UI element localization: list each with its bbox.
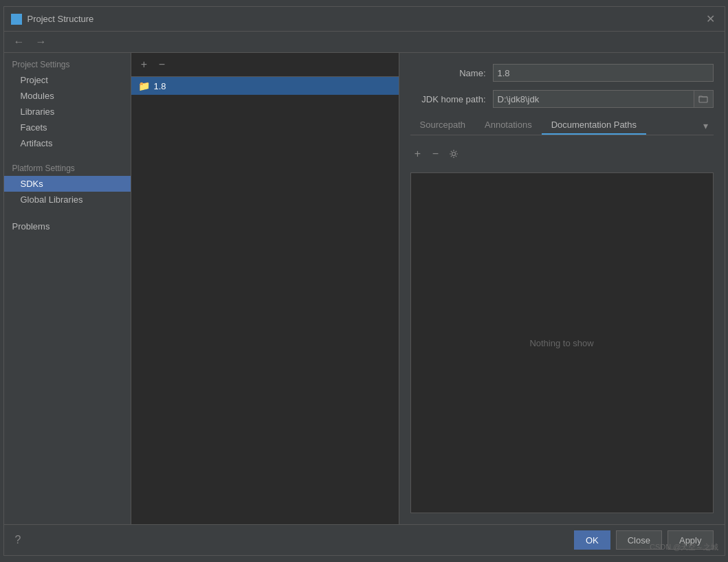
tab-annotations[interactable]: Annotations [475, 116, 542, 135]
nav-bar: ← → [4, 32, 725, 53]
svg-rect-3 [17, 20, 21, 23]
remove-path-button[interactable]: − [428, 146, 443, 161]
ok-button[interactable]: OK [574, 530, 610, 550]
jdk-path-field-row: JDK home path: [410, 90, 714, 108]
tabs-bar: Sourcepath Annotations Documentation Pat… [410, 116, 714, 135]
documentation-paths-content: Nothing to show [410, 172, 714, 513]
main-content: Project Settings Project Modules Librari… [4, 53, 725, 524]
forward-button[interactable]: → [33, 34, 49, 49]
sidebar: Project Settings Project Modules Librari… [4, 53, 131, 524]
sidebar-item-sdks[interactable]: SDKs [4, 176, 131, 192]
configure-icon [449, 149, 459, 159]
title-bar-left: Project Structure [11, 14, 94, 25]
add-path-button[interactable]: + [410, 146, 426, 161]
tab-sourcepath[interactable]: Sourcepath [410, 116, 476, 135]
folder-browse-icon [698, 94, 708, 104]
jdk-path-label: JDK home path: [410, 94, 486, 104]
add-sdk-button[interactable]: + [137, 57, 152, 72]
footer: ? OK Close Apply [4, 524, 725, 555]
right-detail-panel: Name: JDK home path: Sou [399, 53, 725, 524]
platform-settings-label: Platform Settings [4, 159, 131, 176]
svg-rect-0 [12, 15, 16, 19]
list-item[interactable]: 📁 1.8 [131, 77, 399, 95]
help-icon: ? [15, 534, 21, 546]
dialog-title: Project Structure [27, 14, 94, 24]
name-label: Name: [410, 68, 486, 78]
sdk-list-panel: + − 📁 1.8 [131, 53, 399, 524]
sidebar-item-facets[interactable]: Facets [4, 120, 131, 135]
sidebar-item-problems[interactable]: Problems [4, 218, 131, 234]
app-icon [11, 14, 22, 25]
sidebar-item-global-libraries[interactable]: Global Libraries [4, 192, 131, 207]
svg-point-5 [452, 153, 455, 156]
back-button[interactable]: ← [11, 34, 27, 49]
svg-rect-2 [12, 20, 16, 23]
sdk-folder-icon: 📁 [138, 80, 150, 91]
jdk-path-input-group [493, 90, 714, 108]
title-bar: Project Structure ✕ [4, 7, 725, 32]
sidebar-item-modules[interactable]: Modules [4, 88, 131, 104]
sdk-item-label: 1.8 [154, 81, 166, 91]
content-toolbar: + − [410, 144, 714, 164]
empty-message: Nothing to show [529, 338, 593, 348]
svg-rect-4 [699, 97, 707, 102]
project-settings-label: Project Settings [4, 58, 131, 72]
sidebar-item-libraries[interactable]: Libraries [4, 104, 131, 120]
project-structure-dialog: Project Structure ✕ ← → Project Settings… [3, 6, 725, 556]
watermark: CSDN @天空～之城 [650, 542, 718, 552]
tab-dropdown-button[interactable]: ▾ [698, 117, 714, 135]
jdk-path-input[interactable] [493, 90, 694, 108]
svg-rect-1 [17, 15, 21, 19]
configure-path-button[interactable] [446, 146, 461, 161]
sdk-list: 📁 1.8 [131, 77, 399, 524]
name-input[interactable] [493, 64, 714, 82]
sidebar-item-artifacts[interactable]: Artifacts [4, 135, 131, 151]
tab-documentation-paths[interactable]: Documentation Paths [542, 116, 646, 135]
help-button[interactable]: ? [15, 534, 21, 546]
remove-sdk-button[interactable]: − [155, 57, 170, 72]
list-toolbar: + − [131, 53, 399, 77]
close-button[interactable]: ✕ [704, 12, 718, 26]
name-field-row: Name: [410, 64, 714, 82]
browse-button[interactable] [694, 90, 714, 108]
sidebar-item-project[interactable]: Project [4, 72, 131, 88]
